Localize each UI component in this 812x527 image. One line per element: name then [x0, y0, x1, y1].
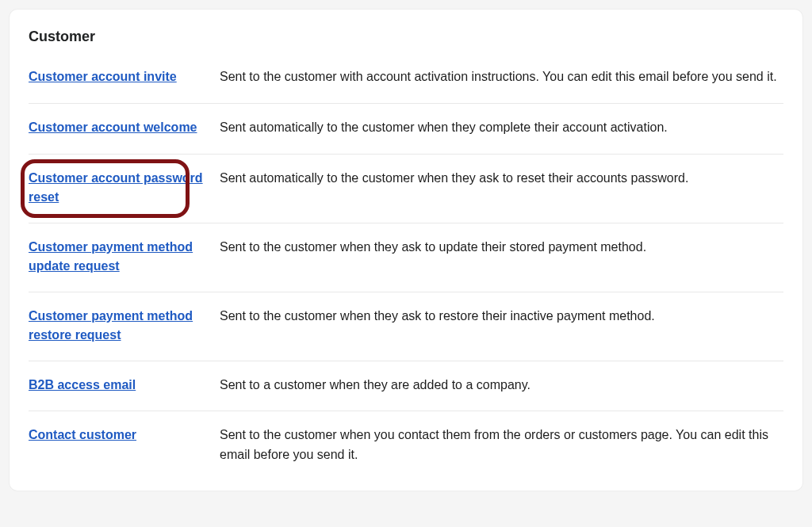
notification-row: Customer account password reset Sent aut…: [29, 155, 783, 223]
customer-notifications-card: Customer Customer account invite Sent to…: [10, 10, 802, 491]
customer-account-invite-link[interactable]: Customer account invite: [29, 70, 177, 83]
customer-payment-method-restore-request-link[interactable]: Customer payment method restore request: [29, 309, 193, 342]
notification-row: Customer payment method update request S…: [29, 223, 783, 292]
notification-description: Sent to the customer when they ask to re…: [220, 307, 783, 327]
link-cell: Customer account welcome: [29, 118, 207, 137]
notification-description: Sent to a customer when they are added t…: [220, 376, 783, 395]
link-cell: Contact customer: [29, 426, 207, 445]
customer-payment-method-update-request-link[interactable]: Customer payment method update request: [29, 240, 193, 273]
link-cell: Customer payment method update request: [29, 238, 207, 276]
highlight-annotation: [21, 159, 190, 218]
link-cell: B2B access email: [29, 376, 207, 395]
customer-account-welcome-link[interactable]: Customer account welcome: [29, 120, 197, 134]
section-title: Customer: [29, 29, 783, 45]
link-cell: Customer payment method restore request: [29, 307, 207, 345]
notification-description: Sent automatically to the customer when …: [220, 118, 783, 138]
notification-description: Sent to the customer when they ask to up…: [220, 238, 783, 258]
notification-row: Customer account welcome Sent automatica…: [29, 104, 783, 155]
notification-row: B2B access email Sent to a customer when…: [29, 361, 783, 412]
contact-customer-link[interactable]: Contact customer: [29, 428, 136, 441]
customer-account-password-reset-link[interactable]: Customer account password reset: [29, 171, 203, 204]
notification-row: Customer account invite Sent to the cust…: [29, 67, 783, 104]
link-cell: Customer account password reset: [29, 169, 207, 207]
notification-description: Sent to the customer when you contact th…: [220, 426, 783, 465]
notification-row: Contact customer Sent to the customer wh…: [29, 411, 783, 472]
notification-row: Customer payment method restore request …: [29, 292, 783, 361]
b2b-access-email-link[interactable]: B2B access email: [29, 378, 136, 391]
link-cell: Customer account invite: [29, 67, 207, 86]
notification-description: Sent automatically to the customer when …: [220, 169, 783, 189]
notification-description: Sent to the customer with account activa…: [220, 67, 783, 87]
